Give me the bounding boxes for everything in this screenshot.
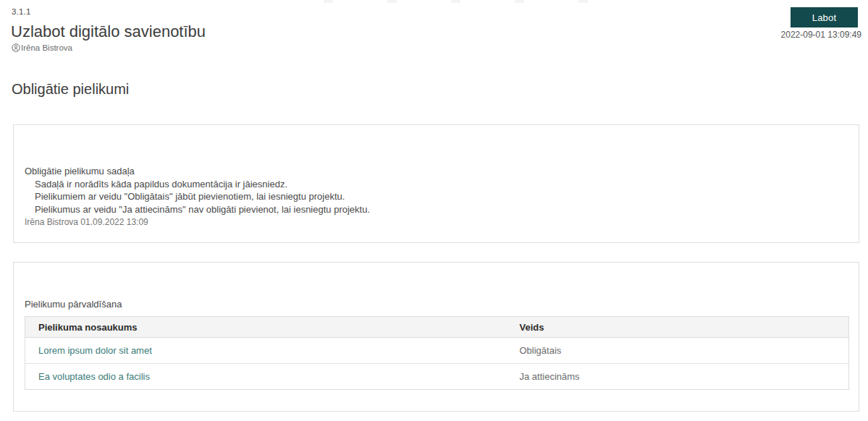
column-header-type: Veids	[507, 317, 849, 338]
table-row: Lorem ipsum dolor sit amet Obligātais	[25, 338, 849, 364]
attachment-type: Obligātais	[507, 338, 849, 364]
table-row: Ea voluptates odio a facilis Ja attiecin…	[25, 364, 849, 390]
info-box-line: Pielikumiem ar veidu "Obligātais" jābūt …	[35, 190, 844, 203]
attachments-table: Pielikuma nosaukums Veids Lorem ipsum do…	[25, 316, 849, 390]
user-icon	[12, 43, 20, 52]
section-number: 3.1.1	[12, 7, 31, 16]
info-box-author-line: Irēna Bistrova 01.09.2022 13:09	[25, 216, 844, 228]
page-title: Uzlabot digitālo savienotību	[11, 22, 206, 41]
author-name: Irēna Bistrova	[21, 43, 72, 52]
info-box-label: Obligātie pielikumu sadaļa	[25, 165, 844, 178]
info-box-description: Sadaļā ir norādīts kāda papildus dokumen…	[35, 178, 844, 216]
author-row: Irēna Bistrova	[12, 43, 72, 52]
attachments-box: Pielikumu pārvaldīšana Pielikuma nosauku…	[13, 262, 859, 412]
section-heading: Obligātie pielikumi	[12, 81, 129, 98]
column-header-name: Pielikuma nosaukums	[25, 317, 507, 338]
info-box: Obligātie pielikumu sadaļa Sadaļā ir nor…	[13, 124, 859, 243]
edit-button[interactable]: Labot	[791, 7, 858, 27]
attachment-type: Ja attiecināms	[507, 364, 849, 390]
table-header-row: Pielikuma nosaukums Veids	[25, 317, 849, 338]
attachment-link[interactable]: Lorem ipsum dolor sit amet	[38, 345, 152, 356]
attachments-label: Pielikumu pārvaldīšana	[25, 299, 859, 310]
info-box-line: Sadaļā ir norādīts kāda papildus dokumen…	[35, 178, 844, 191]
last-modified-timestamp: 2022-09-01 13:09:49	[781, 30, 861, 40]
info-box-line: Pielikumus ar veidu "Ja attiecināms" nav…	[35, 203, 844, 216]
attachment-link[interactable]: Ea voluptates odio a facilis	[38, 371, 150, 382]
